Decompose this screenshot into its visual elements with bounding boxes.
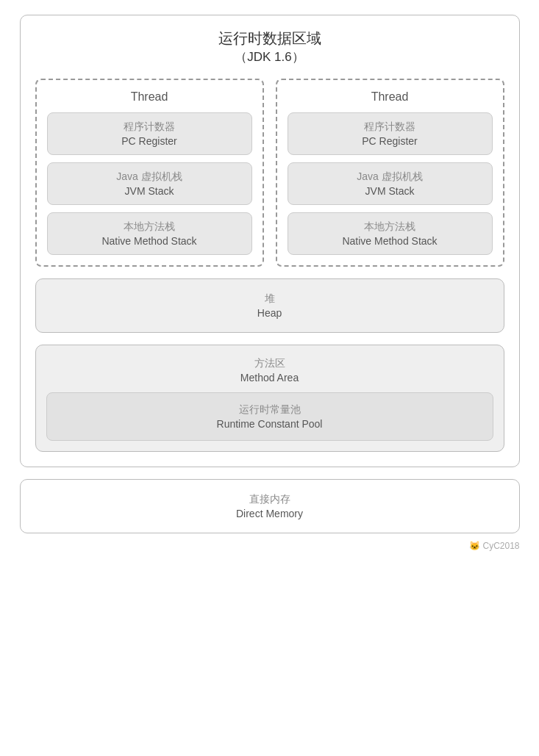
jvm-stack-2-english: JVM Stack — [294, 185, 486, 197]
title-sub: （JDK 1.6） — [35, 48, 504, 65]
runtime-constant-pool: 运行时常量池 Runtime Constant Pool — [46, 392, 493, 441]
thread-box-1: Thread 程序计数器 PC Register Java 虚拟机栈 JVM S… — [35, 79, 264, 267]
thread-box-2: Thread 程序计数器 PC Register Java 虚拟机栈 JVM S… — [276, 79, 504, 267]
direct-memory: 直接内存 Direct Memory — [20, 479, 520, 533]
jvm-stack-1: Java 虚拟机栈 JVM Stack — [47, 162, 252, 205]
watermark: 🐱 CyC2018 — [20, 541, 520, 551]
heap-english: Heap — [46, 307, 493, 319]
heap-chinese: 堆 — [46, 292, 493, 306]
direct-memory-english: Direct Memory — [31, 508, 509, 519]
native-stack-1-english: Native Method Stack — [54, 235, 246, 247]
jvm-stack-2: Java 虚拟机栈 JVM Stack — [288, 162, 493, 205]
title-main: 运行时数据区域 — [35, 29, 504, 48]
jvm-stack-1-chinese: Java 虚拟机栈 — [54, 170, 246, 184]
threads-row: Thread 程序计数器 PC Register Java 虚拟机栈 JVM S… — [35, 79, 504, 267]
pc-register-2: 程序计数器 PC Register — [288, 112, 493, 155]
native-stack-2-chinese: 本地方法栈 — [294, 220, 486, 234]
runtime-data-area: 运行时数据区域 （JDK 1.6） Thread 程序计数器 PC Regist… — [20, 15, 520, 467]
thread-label-1: Thread — [47, 90, 252, 104]
native-stack-2: 本地方法栈 Native Method Stack — [288, 212, 493, 255]
thread-label-2: Thread — [288, 90, 493, 104]
jvm-stack-2-chinese: Java 虚拟机栈 — [294, 170, 486, 184]
heap-area: 堆 Heap — [35, 278, 504, 333]
jvm-stack-1-english: JVM Stack — [54, 185, 246, 197]
native-stack-1-chinese: 本地方法栈 — [54, 220, 246, 234]
native-stack-1: 本地方法栈 Native Method Stack — [47, 212, 252, 255]
runtime-pool-chinese: 运行时常量池 — [53, 403, 487, 417]
pc-register-1-chinese: 程序计数器 — [54, 120, 246, 134]
method-area: 方法区 Method Area 运行时常量池 Runtime Constant … — [35, 345, 504, 452]
method-area-english: Method Area — [46, 372, 493, 384]
direct-memory-chinese: 直接内存 — [31, 493, 509, 506]
pc-register-2-english: PC Register — [294, 135, 486, 147]
pc-register-1: 程序计数器 PC Register — [47, 112, 252, 155]
pc-register-1-english: PC Register — [54, 135, 246, 147]
method-area-chinese: 方法区 — [46, 357, 493, 370]
pc-register-2-chinese: 程序计数器 — [294, 120, 486, 134]
native-stack-2-english: Native Method Stack — [294, 235, 486, 247]
runtime-pool-english: Runtime Constant Pool — [53, 418, 487, 430]
title-area: 运行时数据区域 （JDK 1.6） — [35, 29, 504, 65]
